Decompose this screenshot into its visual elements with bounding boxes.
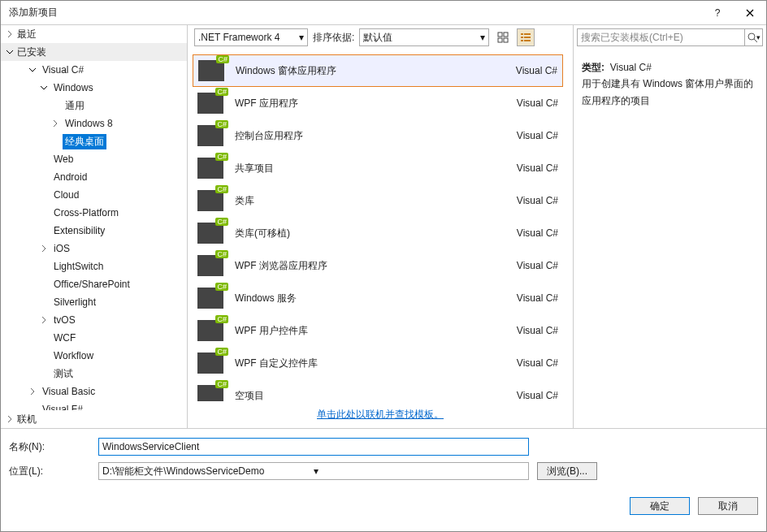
close-button[interactable]: [734, 1, 766, 25]
tree-item[interactable]: Cloud: [1, 186, 187, 204]
section-online[interactable]: 联机: [1, 410, 187, 428]
location-dropdown[interactable]: D:\智能柜文件\WindowsServiceDemo ▾: [98, 462, 529, 480]
grid-icon: [497, 32, 509, 43]
template-list: Windows 窗体应用程序Visual C#WPF 应用程序Visual C#…: [188, 50, 573, 401]
tree-item[interactable]: Cross-Platform: [1, 204, 187, 222]
svg-rect-8: [521, 40, 523, 41]
tree-item[interactable]: Visual F#: [1, 400, 187, 410]
list-icon: [520, 32, 531, 43]
svg-rect-7: [524, 37, 531, 38]
template-item[interactable]: 共享项目Visual C#: [193, 152, 563, 184]
svg-rect-0: [498, 32, 502, 37]
tree-item[interactable]: iOS: [1, 240, 187, 257]
tree-item-label: Visual F#: [40, 403, 85, 410]
tree-item-label: Office/SharePoint: [51, 278, 132, 291]
expand-icon: [40, 352, 48, 360]
section-recent[interactable]: 最近: [1, 25, 187, 43]
browse-button[interactable]: 浏览(B)...: [537, 462, 597, 480]
expand-icon: [51, 119, 59, 128]
template-icon: [197, 385, 223, 401]
template-item[interactable]: 空项目Visual C#: [193, 379, 563, 401]
tree-item-label: Windows 8: [63, 117, 115, 130]
template-name: 共享项目: [235, 162, 517, 175]
tree-item[interactable]: Office/SharePoint: [1, 275, 187, 293]
tree-item-label: Cross-Platform: [51, 206, 121, 219]
online-templates-link[interactable]: 单击此处以联机并查找模板。: [317, 409, 444, 420]
tree-item[interactable]: 测试: [1, 365, 187, 383]
expand-icon: [40, 155, 48, 163]
template-item[interactable]: WPF 应用程序Visual C#: [193, 87, 563, 119]
sort-label: 排序依据:: [313, 31, 354, 45]
project-name-input[interactable]: [98, 438, 529, 456]
tree-item-label: Cloud: [51, 188, 81, 201]
tree-item-label: 测试: [51, 366, 76, 382]
tree-item[interactable]: Windows 8: [1, 115, 187, 132]
section-installed[interactable]: 已安装: [1, 43, 187, 61]
template-name: 空项目: [235, 389, 517, 402]
template-item[interactable]: WPF 自定义控件库Visual C#: [193, 347, 563, 379]
template-icon: [197, 125, 223, 146]
svg-rect-9: [524, 40, 531, 41]
tree-item[interactable]: Android: [1, 168, 187, 186]
tree-item[interactable]: Web: [1, 150, 187, 168]
sort-dropdown[interactable]: 默认值 ▾: [359, 28, 489, 46]
template-name: WPF 应用程序: [235, 97, 517, 110]
cancel-button[interactable]: 取消: [698, 497, 758, 515]
chevron-down-icon: ▾: [480, 32, 485, 43]
tree-item[interactable]: LightSwitch: [1, 257, 187, 275]
category-tree: Visual C#Windows通用Windows 8经典桌面WebAndroi…: [1, 61, 187, 410]
expand-icon: [40, 370, 48, 378]
expand-icon: [40, 244, 48, 253]
tree-item[interactable]: 通用: [1, 97, 187, 115]
tree-item-label: LightSwitch: [51, 260, 106, 273]
tree-item[interactable]: 经典桌面: [1, 132, 187, 150]
template-language: Visual C#: [516, 65, 557, 76]
tree-item[interactable]: Visual C#: [1, 61, 187, 79]
tree-item[interactable]: Silverlight: [1, 293, 187, 311]
tree-item[interactable]: WCF: [1, 329, 187, 347]
tree-item-label: Workflow: [51, 349, 96, 362]
chevron-down-icon: ▾: [299, 32, 304, 43]
tree-item[interactable]: Extensibility: [1, 222, 187, 240]
search-button[interactable]: ▾: [745, 28, 763, 46]
expand-icon: [40, 298, 48, 306]
location-label: 位置(L):: [9, 465, 98, 478]
framework-dropdown[interactable]: .NET Framework 4 ▾: [194, 28, 308, 46]
online-link-row: 单击此处以联机并查找模板。: [188, 401, 573, 428]
template-name: Windows 窗体应用程序: [236, 64, 516, 78]
template-language: Visual C#: [517, 97, 558, 109]
template-item[interactable]: WPF 用户控件库Visual C#: [193, 314, 563, 347]
tree-item-label: Visual C#: [40, 63, 86, 76]
template-item[interactable]: WPF 浏览器应用程序Visual C#: [193, 249, 563, 282]
expand-icon: [40, 209, 48, 217]
tree-item[interactable]: Workflow: [1, 347, 187, 365]
svg-rect-1: [504, 32, 508, 37]
view-medium-icons-button[interactable]: [494, 28, 512, 46]
help-button[interactable]: ?: [701, 1, 734, 25]
template-item[interactable]: 类库(可移植)Visual C#: [193, 217, 563, 249]
tree-item[interactable]: Windows: [1, 79, 187, 97]
ok-button[interactable]: 确定: [630, 497, 690, 515]
template-item[interactable]: Windows 窗体应用程序Visual C#: [193, 54, 563, 87]
sort-value: 默认值: [363, 31, 475, 45]
expand-icon: [40, 84, 48, 92]
window-title: 添加新项目: [9, 6, 58, 19]
svg-rect-6: [521, 37, 523, 38]
tree-item[interactable]: tvOS: [1, 311, 187, 329]
template-icon: [198, 60, 224, 81]
chevron-down-icon: [6, 48, 14, 56]
template-item[interactable]: Windows 服务Visual C#: [193, 282, 563, 314]
left-sidebar: 最近 已安装 Visual C#Windows通用Windows 8经典桌面We…: [1, 25, 188, 428]
template-item[interactable]: 类库Visual C#: [193, 184, 563, 217]
tree-item[interactable]: Visual Basic: [1, 383, 187, 400]
svg-rect-2: [498, 38, 502, 42]
search-input[interactable]: [577, 28, 745, 46]
tree-item-label: Web: [51, 153, 76, 166]
template-language: Visual C#: [517, 325, 558, 336]
template-language: Visual C#: [517, 130, 558, 141]
template-item[interactable]: 控制台应用程序Visual C#: [193, 119, 563, 152]
svg-rect-3: [504, 38, 508, 42]
view-list-button[interactable]: [517, 28, 535, 46]
template-icon: [197, 223, 223, 244]
close-icon: [746, 9, 754, 17]
